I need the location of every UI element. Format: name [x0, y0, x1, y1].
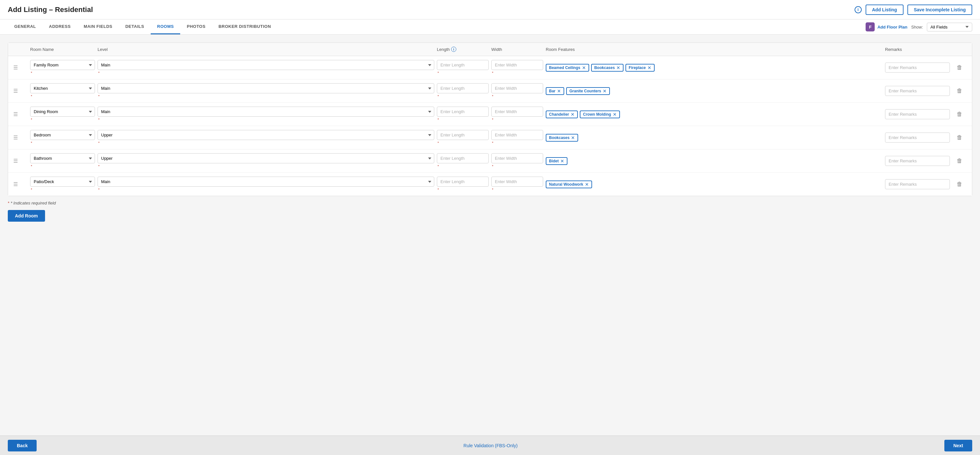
remarks-input[interactable]: [885, 156, 950, 166]
tab-general[interactable]: GENERAL: [8, 19, 43, 34]
required-star: *: [438, 118, 439, 121]
level-select[interactable]: Upper Main: [97, 153, 434, 163]
drag-handle[interactable]: ☰: [13, 111, 27, 117]
features-cell: Bidet ✕: [546, 157, 883, 165]
level-wrapper: Main Upper *: [97, 83, 434, 99]
length-input[interactable]: [437, 83, 489, 93]
add-floor-plan-button[interactable]: F Add Floor Plan: [865, 21, 907, 33]
delete-row-button[interactable]: 🗑: [953, 133, 967, 142]
length-cell: *: [437, 130, 489, 145]
level-select[interactable]: Main Upper: [97, 83, 434, 93]
width-cell: *: [491, 60, 543, 75]
remove-feature-button[interactable]: ✕: [616, 65, 620, 70]
level-select[interactable]: Upper Main: [97, 130, 434, 140]
room-name-select[interactable]: Dining Room: [30, 107, 95, 117]
remarks-cell: [885, 109, 950, 119]
feature-tag: Crown Molding ✕: [580, 110, 620, 118]
room-name-select[interactable]: Kitchen: [30, 83, 95, 93]
drag-handle[interactable]: ☰: [13, 88, 27, 94]
remove-feature-button[interactable]: ✕: [557, 89, 561, 93]
length-cell: *: [437, 107, 489, 122]
level-select[interactable]: Main Upper: [97, 107, 434, 117]
room-name-wrapper: Dining Room *: [30, 107, 95, 122]
features-cell: Natural Woodwork ✕: [546, 180, 883, 188]
main-content: Room Name Level Length i Width Room Feat…: [0, 35, 980, 248]
feature-label: Granite Counters: [570, 89, 601, 93]
width-input[interactable]: [491, 130, 543, 140]
level-select[interactable]: Main Upper: [97, 177, 434, 187]
remarks-cell: [885, 156, 950, 166]
remarks-input[interactable]: [885, 179, 950, 189]
room-name-select[interactable]: Bedroom: [30, 130, 95, 140]
level-wrapper: Main Upper *: [97, 177, 434, 192]
remarks-input[interactable]: [885, 132, 950, 143]
level-wrapper: Upper Main *: [97, 153, 434, 169]
remarks-input[interactable]: [885, 86, 950, 96]
delete-row-button[interactable]: 🗑: [953, 156, 967, 165]
width-input[interactable]: [491, 153, 543, 163]
width-input[interactable]: [491, 177, 543, 187]
remove-feature-button[interactable]: ✕: [582, 65, 586, 70]
width-input[interactable]: [491, 107, 543, 117]
col-remarks: Remarks: [885, 47, 950, 52]
feature-label: Fireplace: [629, 65, 646, 70]
add-room-button[interactable]: Add Room: [8, 210, 45, 222]
room-name-select[interactable]: Patio/Deck: [30, 177, 95, 187]
remarks-input[interactable]: [885, 109, 950, 119]
length-input[interactable]: [437, 130, 489, 140]
table-row: ☰ Dining Room * Main Upper * * *: [8, 103, 972, 126]
remove-feature-button[interactable]: ✕: [560, 159, 564, 163]
tab-rooms[interactable]: ROOMS: [151, 19, 180, 34]
add-listing-button[interactable]: Add Listing: [865, 5, 904, 15]
remove-feature-button[interactable]: ✕: [613, 112, 617, 117]
delete-row-button[interactable]: 🗑: [953, 63, 967, 72]
remove-feature-button[interactable]: ✕: [648, 65, 651, 70]
delete-row-button[interactable]: 🗑: [953, 110, 967, 119]
required-star: *: [31, 141, 32, 145]
room-name-select[interactable]: Family Room: [30, 60, 95, 70]
length-info-icon[interactable]: i: [451, 47, 456, 52]
width-cell: *: [491, 83, 543, 99]
length-input[interactable]: [437, 60, 489, 70]
remarks-input[interactable]: [885, 62, 950, 73]
features-cell: Chandelier ✕ Crown Molding ✕: [546, 110, 883, 118]
features-cell: Beamed Ceilings ✕ Bookcases ✕ Fireplace …: [546, 64, 883, 72]
width-input[interactable]: [491, 60, 543, 70]
table-row: ☰ Patio/Deck * Main Upper * * *: [8, 173, 972, 196]
save-incomplete-button[interactable]: Save Incomplete Listing: [907, 5, 972, 15]
drag-handle[interactable]: ☰: [13, 181, 27, 187]
drag-handle[interactable]: ☰: [13, 158, 27, 164]
drag-handle[interactable]: ☰: [13, 65, 27, 71]
required-star: *: [438, 71, 439, 75]
remove-feature-button[interactable]: ✕: [585, 182, 589, 187]
feature-label: Bar: [549, 89, 555, 93]
feature-label: Crown Molding: [583, 112, 611, 117]
length-input[interactable]: [437, 153, 489, 163]
remove-feature-button[interactable]: ✕: [603, 89, 607, 93]
level-select[interactable]: Main Upper Lower: [97, 60, 434, 70]
delete-row-button[interactable]: 🗑: [953, 86, 967, 95]
nav-tabs-right: F Add Floor Plan Show: All Fields Requir…: [865, 21, 972, 33]
required-star: *: [438, 164, 439, 168]
tab-broker-distribution[interactable]: BROKER DISTRIBUTION: [212, 19, 277, 34]
length-cell: *: [437, 60, 489, 75]
features-cell: Bar ✕ Granite Counters ✕: [546, 87, 883, 95]
remove-feature-button[interactable]: ✕: [571, 135, 575, 140]
room-name-select[interactable]: Bathroom: [30, 153, 95, 163]
show-select[interactable]: All Fields Required Fields Custom Fields: [927, 23, 972, 32]
length-input[interactable]: [437, 177, 489, 187]
delete-row-button[interactable]: 🗑: [953, 180, 967, 189]
width-input[interactable]: [491, 83, 543, 93]
tab-photos[interactable]: PHOTOS: [180, 19, 212, 34]
tab-details[interactable]: DETAILS: [119, 19, 151, 34]
show-label: Show:: [911, 25, 923, 30]
drag-handle[interactable]: ☰: [13, 135, 27, 141]
feature-tag: Granite Counters ✕: [566, 87, 610, 95]
tab-address[interactable]: ADDRESS: [43, 19, 77, 34]
width-cell: *: [491, 107, 543, 122]
table-row: ☰ Family Room * Main Upper Lower * *: [8, 56, 972, 80]
tab-main-fields[interactable]: MAIN FIELDS: [77, 19, 119, 34]
length-input[interactable]: [437, 107, 489, 117]
remove-feature-button[interactable]: ✕: [571, 112, 574, 117]
info-icon[interactable]: i: [854, 6, 862, 13]
